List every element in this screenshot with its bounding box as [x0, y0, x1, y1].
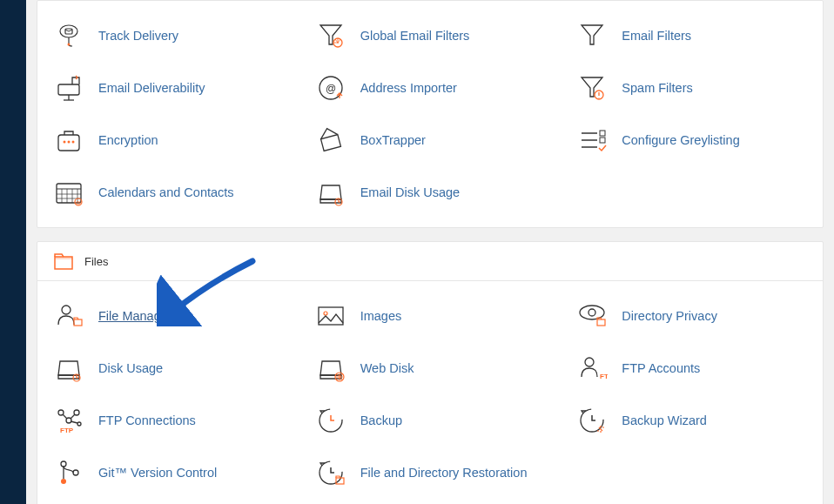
files-item-directory-privacy[interactable]: Directory Privacy	[561, 290, 823, 342]
svg-text:@: @	[76, 200, 81, 205]
item-label: Backup Wizard	[622, 413, 707, 427]
email-item-spam-filters[interactable]: Spam Filters	[561, 62, 823, 114]
svg-point-21	[62, 306, 71, 314]
item-label: Configure Greylisting	[622, 133, 739, 147]
item-label: Encryption	[98, 133, 158, 147]
svg-point-2	[68, 44, 71, 46]
item-label: Address Importer	[360, 81, 457, 95]
email-item-address-importer[interactable]: @ Address Importer	[299, 62, 562, 114]
files-item-web-disk[interactable]: Web Disk	[299, 342, 562, 394]
email-filters-icon	[576, 20, 608, 51]
ftp-accounts-icon: FTP	[576, 353, 608, 384]
web-disk-icon	[315, 353, 346, 384]
item-label: FTP Connections	[98, 413, 196, 427]
svg-text:@: @	[326, 83, 336, 95]
email-item-greylisting[interactable]: Configure Greylisting	[561, 114, 823, 166]
email-panel-body: Track Delivery Global Email Filters	[37, 1, 823, 227]
email-item-track-delivery[interactable]: Track Delivery	[37, 10, 299, 62]
item-label: Email Deliverability	[98, 81, 205, 95]
spam-filters-icon	[576, 72, 608, 104]
files-item-backup-wizard[interactable]: Backup Wizard	[561, 394, 823, 447]
email-item-calendars[interactable]: @ Calendars and Contacts	[37, 166, 299, 218]
item-label: Directory Privacy	[622, 309, 717, 323]
item-label: Git™ Version Control	[98, 466, 217, 480]
files-panel-title: Files	[84, 255, 108, 268]
svg-point-10	[68, 141, 71, 144]
svg-point-40	[61, 479, 66, 484]
item-label: Web Disk	[360, 361, 414, 375]
svg-point-24	[324, 312, 327, 315]
files-panel-body: File Manager Images	[37, 281, 823, 504]
disk-usage-icon	[53, 353, 84, 384]
email-panel: Track Delivery Global Email Filters	[37, 0, 824, 228]
svg-point-9	[64, 141, 66, 144]
files-item-ftp-accounts[interactable]: FTP FTP Accounts	[561, 342, 823, 394]
item-label: File and Directory Restoration	[360, 466, 528, 480]
files-item-file-manager[interactable]: File Manager	[37, 290, 299, 342]
track-delivery-icon	[53, 20, 84, 51]
svg-rect-13	[600, 131, 605, 136]
backup-icon	[315, 405, 346, 436]
sidebar-nav	[0, 0, 26, 504]
deliverability-icon	[53, 72, 84, 104]
item-label: Backup	[360, 413, 402, 427]
svg-point-41	[73, 470, 78, 475]
files-panel-header[interactable]: Files	[37, 242, 823, 281]
svg-point-26	[589, 309, 595, 316]
ftp-connections-icon: FTP	[53, 405, 84, 436]
main-content: Track Delivery Global Email Filters	[26, 0, 834, 504]
email-item-email-filters[interactable]: Email Filters	[561, 10, 823, 62]
email-item-deliverability[interactable]: Email Deliverability	[37, 62, 299, 114]
svg-rect-27	[597, 319, 605, 326]
files-item-images[interactable]: Images	[299, 290, 562, 342]
email-disk-usage-icon	[315, 177, 346, 208]
item-label: File Manager	[98, 309, 172, 323]
encryption-icon	[53, 124, 84, 156]
greylisting-icon	[576, 124, 608, 156]
global-filters-icon	[315, 20, 346, 51]
email-item-global-filters[interactable]: Global Email Filters	[299, 10, 562, 62]
svg-rect-20	[55, 257, 72, 259]
item-label: Images	[360, 309, 402, 323]
svg-point-35	[77, 422, 81, 426]
svg-point-39	[61, 461, 66, 467]
svg-point-11	[72, 141, 75, 144]
item-label: Global Email Filters	[360, 29, 470, 43]
svg-rect-14	[600, 138, 605, 143]
boxtrapper-icon	[315, 124, 346, 156]
images-icon	[315, 300, 346, 332]
restoration-icon	[315, 457, 346, 488]
files-item-backup[interactable]: Backup	[299, 394, 562, 447]
files-grid: File Manager Images	[37, 290, 823, 499]
item-label: BoxTrapper	[360, 133, 426, 147]
files-item-restoration[interactable]: File and Directory Restoration	[299, 447, 562, 499]
folder-icon	[53, 251, 74, 272]
svg-text:FTP: FTP	[600, 373, 608, 380]
svg-text:FTP: FTP	[60, 427, 74, 434]
item-label: Email Disk Usage	[360, 185, 460, 199]
directory-privacy-icon	[576, 300, 608, 332]
calendars-icon: @	[53, 177, 84, 208]
item-label: Email Filters	[622, 29, 691, 43]
file-manager-icon	[53, 300, 84, 332]
address-importer-icon: @	[315, 72, 346, 104]
email-item-encryption[interactable]: Encryption	[37, 114, 299, 166]
svg-point-30	[585, 358, 594, 366]
svg-rect-22	[74, 319, 82, 326]
item-label: Disk Usage	[98, 361, 163, 375]
item-label: FTP Accounts	[622, 361, 700, 375]
files-item-git[interactable]: Git™ Version Control	[37, 447, 299, 499]
git-icon	[53, 457, 84, 488]
item-label: Calendars and Contacts	[98, 185, 234, 199]
email-item-disk-usage[interactable]: Email Disk Usage	[299, 166, 562, 218]
svg-rect-23	[319, 307, 343, 325]
item-label: Spam Filters	[622, 81, 692, 95]
email-item-boxtrapper[interactable]: BoxTrapper	[299, 114, 562, 166]
email-grid: Track Delivery Global Email Filters	[37, 10, 823, 218]
files-item-disk-usage[interactable]: Disk Usage	[37, 342, 299, 394]
files-item-ftp-connections[interactable]: FTP FTP Connections	[37, 394, 299, 447]
svg-rect-4	[58, 84, 79, 95]
item-label: Track Delivery	[98, 29, 178, 43]
svg-rect-12	[320, 135, 340, 151]
backup-wizard-icon	[576, 405, 608, 436]
